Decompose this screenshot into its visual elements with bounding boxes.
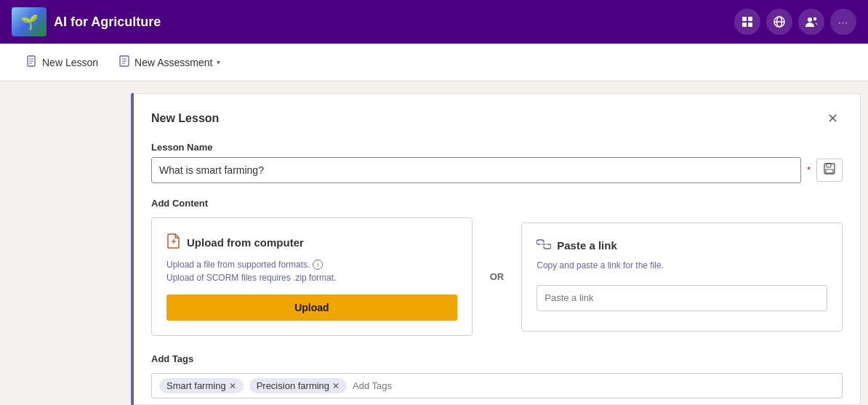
link-card-title-row: Paste a link [537, 238, 827, 253]
app-logo: 🌱 [12, 7, 47, 36]
tag-remove-smart-farming[interactable]: ✕ [229, 381, 236, 391]
new-assessment-button[interactable]: New Assessment ▾ [110, 51, 229, 74]
new-lesson-label: New Lesson [42, 57, 98, 68]
add-content-section: Add Content Upload from com [151, 198, 843, 336]
panel-title: New Lesson [151, 112, 219, 125]
upload-scorm-info: Upload of SCORM files requires .zip form… [166, 273, 457, 283]
add-tags-section: Add Tags Smart farming ✕ Precision farmi… [151, 353, 843, 398]
lesson-name-row: * [151, 157, 843, 183]
link-card-desc: Copy and paste a link for the file. [537, 260, 827, 270]
upload-button[interactable]: Upload [166, 294, 457, 321]
people-icon-button[interactable] [798, 9, 824, 35]
tag-label: Precision farming [257, 380, 329, 391]
content-area: Upload from computer Upload a file from … [151, 217, 843, 336]
svg-rect-19 [826, 169, 833, 173]
document-icon [26, 55, 38, 67]
new-lesson-icon [26, 55, 38, 70]
lesson-name-input[interactable] [151, 157, 801, 183]
svg-rect-18 [827, 164, 831, 167]
tag-precision-farming: Precision farming ✕ [249, 378, 347, 393]
link-icon [537, 238, 551, 253]
assessment-dropdown-arrow: ▾ [217, 58, 220, 66]
tag-remove-precision-farming[interactable]: ✕ [332, 381, 339, 391]
teams-icon [741, 15, 754, 28]
assessment-icon [118, 55, 130, 67]
save-icon [823, 162, 836, 175]
svg-rect-0 [742, 17, 747, 21]
upload-card-title: Upload from computer [187, 236, 304, 249]
upload-card: Upload from computer Upload a file from … [151, 217, 473, 336]
upload-file-icon [166, 233, 181, 252]
globe-icon [773, 15, 786, 28]
header: 🌱 AI for Agriculture [0, 0, 868, 44]
tag-smart-farming: Smart farming ✕ [159, 378, 244, 393]
app-title: AI for Agriculture [54, 15, 161, 30]
chain-icon [537, 239, 551, 249]
tags-label: Add Tags [151, 353, 843, 364]
add-tags-input[interactable] [353, 380, 835, 391]
lesson-name-label: Lesson Name [151, 142, 843, 153]
close-button[interactable]: ✕ [822, 108, 843, 129]
file-icon [166, 233, 181, 249]
main-content: New Lesson ✕ Lesson Name * Add Content [0, 81, 868, 405]
globe-icon-button[interactable] [766, 9, 792, 35]
people-icon [805, 15, 818, 28]
toolbar: New Lesson New Assessment ▾ [0, 44, 868, 81]
new-lesson-button[interactable]: New Lesson [17, 51, 107, 74]
add-content-label: Add Content [151, 198, 843, 209]
svg-rect-1 [748, 17, 752, 21]
panel-header: New Lesson ✕ [151, 108, 843, 129]
new-assessment-label: New Assessment [134, 57, 212, 68]
svg-rect-3 [748, 23, 752, 27]
link-card-title: Paste a link [557, 239, 617, 252]
required-indicator: * [807, 165, 811, 175]
tag-label: Smart farming [166, 380, 226, 391]
svg-point-7 [808, 17, 812, 22]
more-options-button[interactable]: ··· [830, 9, 856, 35]
more-dots-icon: ··· [838, 17, 848, 28]
svg-rect-2 [742, 23, 747, 27]
save-button[interactable] [816, 159, 843, 182]
lesson-name-section: Lesson Name * [151, 142, 843, 183]
svg-point-8 [813, 17, 816, 20]
new-lesson-panel: New Lesson ✕ Lesson Name * Add Content [134, 93, 861, 405]
paste-link-input[interactable] [537, 285, 827, 311]
tags-container[interactable]: Smart farming ✕ Precision farming ✕ [151, 373, 843, 398]
link-card: Paste a link Copy and paste a link for t… [521, 222, 843, 332]
upload-card-title-row: Upload from computer [166, 233, 457, 252]
upload-supported-formats: Upload a file from supported formats. i [166, 260, 457, 270]
or-divider: OR [490, 271, 505, 282]
header-left: 🌱 AI for Agriculture [12, 7, 161, 36]
info-icon[interactable]: i [313, 260, 323, 270]
header-right: ··· [734, 9, 856, 35]
teams-icon-button[interactable] [734, 9, 760, 35]
new-assessment-icon [118, 55, 130, 70]
